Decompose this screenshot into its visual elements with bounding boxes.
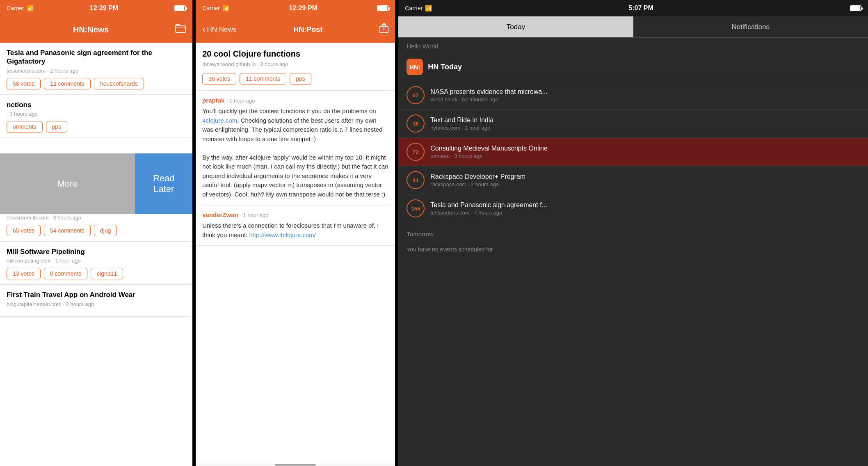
tab-notifications[interactable]: Notifications	[633, 16, 868, 37]
comments-btn-1[interactable]: 12 comments	[44, 78, 91, 89]
battery-2	[377, 5, 388, 11]
notif-item-4[interactable]: 41 Rackspace Developer+ Program rackspac…	[398, 166, 868, 194]
home-indicator-post	[196, 464, 395, 466]
notif-source-4: rackspace.com · 2 hours ago	[430, 181, 860, 187]
notif-tabs: Today Notifications	[398, 16, 868, 38]
tomorrow-text: You have no events scheduled for	[398, 241, 868, 258]
news-item-meta-2: · 3 hours ago	[7, 111, 186, 117]
comments-btn-3[interactable]: 54 comments	[44, 225, 91, 236]
notif-headline-5: Tesla and Panasonic sign agreement f...	[430, 201, 860, 209]
notif-item-2[interactable]: 38 Text and Ride in India nytimes.com · …	[398, 109, 868, 137]
notif-item-1[interactable]: 67 NASA presents evidence that microwa..…	[398, 81, 868, 109]
news-item-meta-4: millcomputing.com · 1 hour ago	[7, 258, 186, 264]
votes-btn-4[interactable]: 13 votes	[7, 268, 41, 279]
comment-time-2: · 1 hour ago	[240, 212, 268, 218]
comments-btn-4[interactable]: 0 comments	[44, 268, 87, 279]
user-btn-4[interactable]: signa11	[91, 268, 123, 279]
home-bar	[275, 464, 316, 466]
folder-icon[interactable]	[175, 24, 186, 35]
hn-today-title: HN Today	[428, 63, 462, 71]
news-item-title-4: Mill Software Pipelining	[7, 247, 186, 256]
notif-score-3: 72	[407, 143, 425, 161]
panel-news: Carrier 📶 12:29 PM HN:News Tesla and Pan…	[0, 0, 192, 466]
tab-today[interactable]: Today	[398, 16, 633, 37]
news-list: Tesla and Panasonic sign agreement for t…	[0, 43, 192, 466]
notif-headline-4: Rackspace Developer+ Program	[430, 173, 860, 180]
status-bar-2: Carrier 📶 12:29 PM	[196, 0, 395, 16]
votes-btn-1[interactable]: 58 votes	[7, 78, 41, 89]
post-header: 20 cool Clojure functions daveyarwood.gi…	[196, 43, 395, 91]
battery-1	[174, 5, 186, 11]
swipe-read-later-btn[interactable]: ReadLater	[135, 153, 192, 214]
comment-author-1: praptak	[202, 97, 224, 104]
wifi-icon-1: 📶	[27, 5, 34, 11]
notif-text-1: NASA presents evidence that microwa... w…	[430, 88, 860, 103]
notif-text-5: Tesla and Panasonic sign agreement f... …	[430, 201, 860, 216]
user-btn-3[interactable]: djug	[94, 225, 117, 236]
notif-source-5: teslamotors.com · 7 hours ago	[430, 210, 860, 216]
separator-1	[192, 0, 196, 466]
post-votes-btn[interactable]: 36 votes	[202, 73, 236, 85]
news-item-actions-3: 65 votes 54 comments djug	[7, 225, 186, 236]
comment-time-1: · 1 hour ago	[226, 98, 255, 104]
notif-score-4: 41	[407, 171, 425, 189]
news-item-actions-4: 13 votes 0 comments signa11	[7, 268, 186, 279]
panel-notifications: Carrier 📶 5:07 PM Today Notifications He…	[398, 0, 868, 466]
notif-score-5: 155	[407, 199, 425, 217]
time-3: 5:07 PM	[628, 5, 653, 12]
news-item-meta-5: blog.capitainetrain.com · 2 hours ago	[7, 301, 186, 307]
notif-headline-3: Consulting Medieval Manuscripts Online	[430, 145, 860, 152]
news-item-actions-1: 58 votes 12 comments houseofshards	[7, 78, 186, 89]
news-item-meta-1: teslamotors.com · 2 hours ago	[7, 68, 186, 74]
nav-title-1: HN:News	[73, 25, 109, 34]
carrier-1: Carrier 📶	[7, 5, 34, 11]
separator-2	[395, 0, 398, 466]
hn-today-icon: HN:	[407, 59, 423, 75]
back-btn[interactable]: ‹ HN:News	[202, 24, 236, 35]
post-pps-btn[interactable]: pps	[290, 73, 311, 85]
nav-bar-2: ‹ HN:News HN:Post	[196, 16, 395, 43]
tomorrow-header: Tomorrow	[398, 226, 868, 241]
news-item-2[interactable]: nctions · 3 hours ago omments pps	[0, 95, 192, 138]
hn-today-header: HN: HN Today	[398, 53, 868, 81]
back-arrow-icon: ‹	[202, 24, 205, 35]
user-btn-1[interactable]: houseofshards	[94, 78, 144, 89]
comment-link-2[interactable]: http://www.4clojure.com/	[249, 231, 316, 238]
swipe-more-btn[interactable]: More	[0, 153, 135, 214]
notif-item-5[interactable]: 155 Tesla and Panasonic sign agreement f…	[398, 194, 868, 222]
swipe-overlay: More ReadLater	[0, 153, 192, 214]
comment-body-1: You'll quickly get the coolest functions…	[202, 107, 388, 199]
notif-text-4: Rackspace Developer+ Program rackspace.c…	[430, 173, 860, 187]
comment-author-2: vanderZwan	[202, 211, 238, 218]
comment-link-1[interactable]: 4clojure.com	[202, 117, 237, 124]
post-comments-btn[interactable]: 11 comments	[240, 73, 286, 85]
status-bar-3: Carrier 📶 5:07 PM	[398, 0, 868, 16]
section-header-hello: Hello World	[398, 38, 868, 53]
news-item-5[interactable]: First Train Travel App on Android Wear b…	[0, 285, 192, 316]
time-1: 12:29 PM	[90, 5, 118, 12]
post-actions: 36 votes 11 comments pps	[202, 73, 388, 85]
post-meta: daveyarwood.github.io · 3 hours ago	[202, 61, 388, 67]
time-2: 12:29 PM	[289, 5, 317, 12]
news-item-title-5: First Train Travel App on Android Wear	[7, 290, 186, 299]
notif-headline-2: Text and Ride in India	[430, 116, 860, 124]
panel-post: Carrier 📶 12:29 PM ‹ HN:News HN:Post 20 …	[196, 0, 395, 466]
post-content: 20 cool Clojure functions daveyarwood.gi…	[196, 43, 395, 464]
comment-1: praptak · 1 hour ago You'll quickly get …	[196, 91, 395, 205]
wifi-icon-3: 📶	[425, 5, 432, 11]
notif-score-2: 38	[407, 114, 425, 132]
votes-btn-2[interactable]: omments	[7, 121, 43, 132]
share-icon[interactable]	[379, 23, 388, 36]
back-label: HN:News	[207, 25, 237, 34]
notif-source-1: wired.co.uk · 52 minutes ago	[430, 96, 860, 103]
notif-text-3: Consulting Medieval Manuscripts Online u…	[430, 145, 860, 159]
news-item-4[interactable]: Mill Software Pipelining millcomputing.c…	[0, 242, 192, 285]
user-btn-2[interactable]: pps	[46, 121, 68, 132]
votes-btn-3[interactable]: 65 votes	[7, 225, 41, 236]
notif-item-3[interactable]: 72 Consulting Medieval Manuscripts Onlin…	[398, 137, 868, 166]
comment-body-2: Unless there's a connection to foreclosu…	[202, 221, 388, 240]
news-item-1[interactable]: Tesla and Panasonic sign agreement for t…	[0, 43, 192, 95]
notif-text-2: Text and Ride in India nytimes.com · 1 h…	[430, 116, 860, 131]
notif-score-1: 67	[407, 86, 425, 104]
wifi-icon-2: 📶	[222, 5, 229, 11]
